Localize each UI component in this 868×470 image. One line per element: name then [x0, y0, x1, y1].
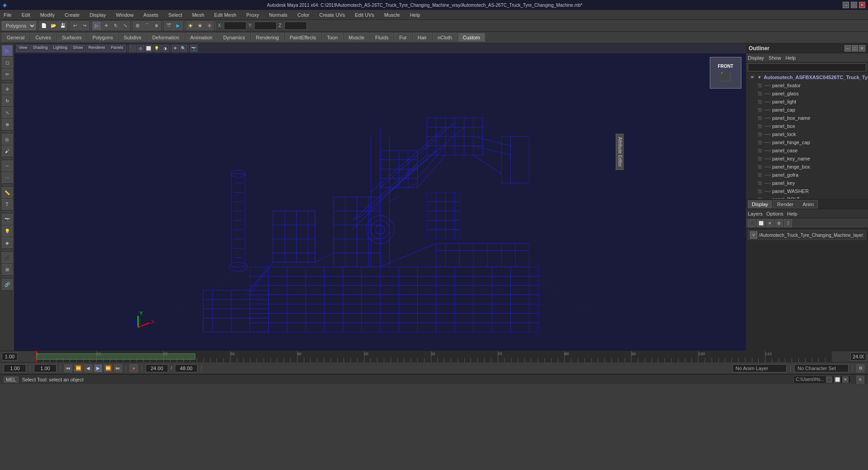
paint-button[interactable]: ✏ — [2, 69, 13, 80]
menu-item-create-uvs[interactable]: Create UVs — [317, 11, 347, 19]
menu-item-assets[interactable]: Assets — [142, 11, 160, 19]
x-input[interactable] — [224, 22, 246, 30]
tab-general[interactable]: General — [2, 33, 29, 42]
layer-options-button[interactable]: ⚙ — [775, 219, 783, 227]
cmd-btn1[interactable]: ⬛ — [826, 376, 832, 383]
cam-icon[interactable]: 📷 — [190, 45, 198, 52]
tree-item-root[interactable]: 👁▼Automotech_ASFBXASC04526TC_Truck_Tyre_… — [746, 73, 868, 81]
sculpt-button[interactable]: 🖌 — [2, 146, 13, 156]
transport-start-field[interactable] — [4, 364, 26, 372]
light-button[interactable]: 💡 — [2, 226, 13, 236]
snap-grid-button[interactable]: ⊞ — [133, 21, 142, 30]
transport-end-field[interactable] — [146, 364, 168, 372]
tree-item-6[interactable]: ⬛—○panel_box — [746, 122, 868, 130]
menu-item-window[interactable]: Window — [114, 11, 135, 19]
tab-custom[interactable]: Custom — [458, 33, 485, 42]
tab-polygons[interactable]: Polygons — [87, 33, 118, 42]
tree-item-15[interactable]: ⬛—○panel_BOLT — [746, 195, 868, 199]
light1-button[interactable]: ☀ — [186, 21, 195, 30]
tree-item-14[interactable]: ⬛—○panel_WASHER — [746, 187, 868, 195]
minimize-button[interactable]: ─ — [843, 2, 849, 8]
play-forward-button[interactable]: ▶ — [94, 364, 102, 372]
delete-layer-button[interactable]: ✕ — [766, 219, 774, 227]
options-option[interactable]: Options — [766, 211, 783, 216]
menu-item-muscle[interactable]: Muscle — [382, 11, 402, 19]
tab-dynamics[interactable]: Dynamics — [218, 33, 250, 42]
menu-item-file[interactable]: File — [2, 11, 14, 19]
layer-visibility-toggle[interactable]: V — [750, 231, 757, 239]
tab-fluids[interactable]: Fluids — [370, 33, 393, 42]
layer-export-button[interactable]: ⤴ — [784, 219, 792, 227]
lasso-button[interactable]: ◻ — [2, 57, 13, 68]
step-forward-button[interactable]: ⏩ — [104, 364, 112, 372]
measure-button[interactable]: 📏 — [2, 187, 13, 198]
outliner-help-menu[interactable]: Help — [786, 55, 796, 61]
move-tool-button[interactable]: ✛ — [102, 21, 111, 30]
tab-surfaces[interactable]: Surfaces — [57, 33, 86, 42]
tree-item-4[interactable]: ⬛—○panel_cap — [746, 106, 868, 114]
tab-ncloth[interactable]: nCloth — [433, 33, 457, 42]
tree-item-12[interactable]: ⬛—○panel_gofra — [746, 171, 868, 179]
undo-button[interactable]: ↩ — [71, 21, 80, 30]
timeline-ruler[interactable]: 1102030405060708090100110120 — [36, 351, 832, 362]
material-button[interactable]: ◈ — [2, 237, 13, 248]
soft-mod-button[interactable]: ◎ — [2, 134, 13, 145]
tab-fur[interactable]: Fur — [394, 33, 412, 42]
tab-painteffects[interactable]: PaintEffects — [285, 33, 321, 42]
menu-item-display[interactable]: Display — [88, 11, 108, 19]
tab-deformation[interactable]: Deformation — [147, 33, 184, 42]
ipr-button[interactable]: ▶ — [174, 21, 183, 30]
viewport-renderer-menu[interactable]: Renderer — [86, 45, 108, 52]
outliner-display-menu[interactable]: Display — [748, 55, 764, 61]
transport-end2-field[interactable] — [175, 364, 198, 372]
cmd-btn2[interactable]: ⬜ — [834, 376, 840, 383]
orientation-cube[interactable]: FRONT ⬛ — [710, 57, 741, 89]
timeline-end-input[interactable] — [850, 352, 866, 361]
snap-live-button[interactable]: 🔗 — [2, 279, 13, 290]
menu-item-color[interactable]: Color — [296, 11, 311, 19]
step-back-button[interactable]: ⏪ — [74, 364, 82, 372]
preferences-button[interactable]: ⚙ — [856, 364, 864, 372]
outliner-maximize[interactable]: □ — [852, 45, 858, 52]
tree-item-8[interactable]: ⬛—○panel_hinge_cap — [746, 138, 868, 146]
tree-item-7[interactable]: ⬛—○panel_lock — [746, 130, 868, 138]
redo-button[interactable]: ↪ — [80, 21, 89, 30]
script-editor-button[interactable]: ≡ — [856, 376, 864, 384]
viewport-lighting-menu[interactable]: Lighting — [51, 45, 70, 52]
menu-item-create[interactable]: Create — [63, 11, 81, 19]
character-set-selector[interactable]: No Character Set — [794, 364, 849, 372]
snap-curve-button[interactable]: ⌒ — [142, 21, 151, 30]
viewport-shading-menu[interactable]: Shading — [30, 45, 50, 52]
tab-display[interactable]: Display — [748, 200, 772, 208]
workspace-selector[interactable]: Polygons — [2, 21, 36, 30]
tree-item-11[interactable]: ⬛—○panel_hinge_box — [746, 163, 868, 171]
cv-curve-button[interactable]: ⋯ — [2, 172, 13, 183]
tree-item-9[interactable]: ⬛—○panel_case — [746, 146, 868, 155]
y-input[interactable] — [254, 22, 277, 30]
outliner-show-menu[interactable]: Show — [769, 55, 781, 61]
tab-rendering[interactable]: Rendering — [251, 33, 284, 42]
layers-option[interactable]: Layers — [748, 211, 763, 216]
scale-button[interactable]: ⤡ — [2, 107, 13, 118]
menu-item-edit-mesh[interactable]: Edit Mesh — [212, 11, 238, 19]
partition-button[interactable]: ⊞ — [2, 264, 13, 275]
menu-item-modify[interactable]: Modify — [38, 11, 57, 19]
tab-curves[interactable]: Curves — [30, 33, 56, 42]
curve-tool-button[interactable]: ～ — [2, 160, 13, 171]
xray-icon[interactable]: 🔍 — [180, 45, 187, 52]
tab-subdivs[interactable]: Subdivs — [119, 33, 146, 42]
outliner-search-input[interactable] — [748, 63, 866, 71]
menu-item-edit[interactable]: Edit — [20, 11, 32, 19]
shadows-icon[interactable]: ◑ — [161, 45, 169, 52]
tree-item-5[interactable]: ⬛—○panel_box_name — [746, 114, 868, 122]
viewport-show-menu[interactable]: Show — [71, 45, 85, 52]
move-button[interactable]: ✛ — [2, 84, 13, 94]
menu-item-select[interactable]: Select — [166, 11, 184, 19]
tab-render[interactable]: Render — [773, 200, 797, 208]
tab-hair[interactable]: Hair — [413, 33, 432, 42]
open-file-button[interactable]: 📂 — [49, 21, 58, 30]
menu-item-mesh[interactable]: Mesh — [190, 11, 206, 19]
rotate-button[interactable]: ↻ — [2, 95, 13, 106]
close-button[interactable]: ✕ — [859, 2, 865, 8]
tree-item-10[interactable]: ⬛—○panel_key_name — [746, 155, 868, 163]
